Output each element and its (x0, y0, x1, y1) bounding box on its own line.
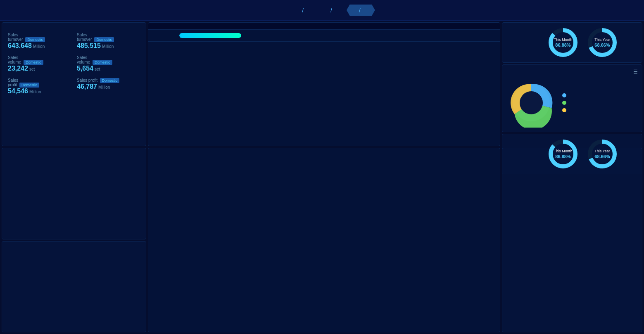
this-year-return-svg: This Year 68.66% (586, 137, 619, 171)
legend-product2 (562, 101, 569, 105)
badge-domestic-5: Domestic (19, 83, 39, 88)
sales-situation-panel: Salesturnover Domestic 643.648 Million S… (2, 22, 146, 146)
main-grid: Salesturnover Domestic 643.648 Million S… (0, 21, 644, 334)
nav-tabs (25, 5, 640, 16)
svg-point-9 (520, 91, 543, 114)
svg-text:This Month: This Month (554, 38, 572, 42)
hot-sale-panel (502, 148, 642, 332)
tab-product-introduction[interactable] (347, 5, 375, 16)
world-map (148, 42, 500, 132)
sales-item-5: Salesprofit Domestic 54,546 Million (6, 76, 73, 97)
badge-domestic-4: Domestic (93, 60, 112, 65)
badge-domestic-2: Domestic (94, 37, 114, 42)
metric-margin (177, 33, 494, 38)
last5-panel (2, 241, 146, 333)
right-top-panel: This Month 86.88% This Year 68.66% (502, 22, 642, 146)
legend-dot-product1 (562, 93, 566, 97)
this-year-sales-svg: This Year 68.66% (586, 26, 619, 59)
badge-domestic: Domestic (25, 37, 45, 42)
badge-domestic-3: Domestic (24, 60, 43, 65)
sales-item-1: Salesturnover Domestic 643.648 Million (6, 31, 73, 51)
svg-text:68.66%: 68.66% (594, 43, 610, 47)
margin-progress (179, 33, 241, 38)
sales-donut-panel: This Month 86.88% This Year 68.66% (502, 22, 642, 63)
svg-text:86.88%: 86.88% (555, 154, 571, 159)
sv1: 643.648 (8, 42, 32, 49)
this-month-sales: This Month 86.88% (547, 26, 580, 59)
margin-fill (179, 33, 241, 38)
sales-amount-donut (506, 78, 556, 128)
tab-firm-introduction[interactable] (290, 5, 318, 16)
monthly-chart-canvas (152, 154, 276, 216)
top5-panel (2, 148, 146, 239)
this-month-sales-svg: This Month 86.88% (547, 26, 580, 59)
sv6: 46,787 (77, 83, 97, 90)
sales-donut-charts: This Month 86.88% This Year 68.66% (528, 26, 637, 59)
svg-text:This Month: This Month (554, 149, 572, 153)
this-year-return: This Year 68.66% (586, 137, 619, 171)
sa-header: ☰ (506, 69, 638, 75)
sa-menu-icon[interactable]: ☰ (633, 69, 638, 75)
badge-domestic-6: Domestic (100, 78, 120, 83)
sv4: 5,654 (77, 65, 93, 72)
sales-amount-panel: ☰ (502, 64, 642, 132)
sales-item-2: Salesturnover Domestic 485.515 Million (75, 31, 142, 51)
sv3: 23,242 (8, 65, 28, 72)
center-top-panel (148, 22, 500, 146)
legend-dot-product3 (562, 108, 566, 112)
annual-sales-bar (148, 23, 500, 30)
svg-text:86.88%: 86.88% (555, 43, 571, 47)
legend-dot-product2 (562, 101, 566, 105)
sa-content (506, 78, 638, 128)
monthly-chart-panel (148, 148, 500, 332)
this-month-return: This Month 86.88% (547, 137, 580, 171)
sales-item-6: Sales profit Domestic 46,787 Million (75, 76, 142, 97)
sa-legend (562, 93, 569, 112)
svg-text:This Year: This Year (594, 149, 610, 153)
tab-personnel-introduction[interactable] (318, 5, 347, 16)
this-year-sales: This Year 68.66% (586, 26, 619, 59)
this-month-return-svg: This Month 86.88% (547, 137, 580, 171)
metrics-bar (148, 30, 500, 42)
sales-grid: Salesturnover Domestic 643.648 Million S… (6, 31, 142, 97)
svg-text:68.66%: 68.66% (594, 154, 610, 159)
legend-product1 (562, 93, 569, 97)
sales-item-3: Salesvolume Domestic 23,242 set (6, 54, 73, 74)
svg-text:This Year: This Year (594, 38, 610, 42)
sv2: 485.515 (77, 42, 101, 49)
legend-product3 (562, 108, 569, 112)
left-bottom (2, 148, 146, 332)
world-map-canvas (148, 42, 272, 104)
sv5: 54,546 (8, 88, 28, 95)
header (0, 0, 644, 21)
sales-item-4: Salesvolume Domestic 5,654 set (75, 54, 142, 74)
